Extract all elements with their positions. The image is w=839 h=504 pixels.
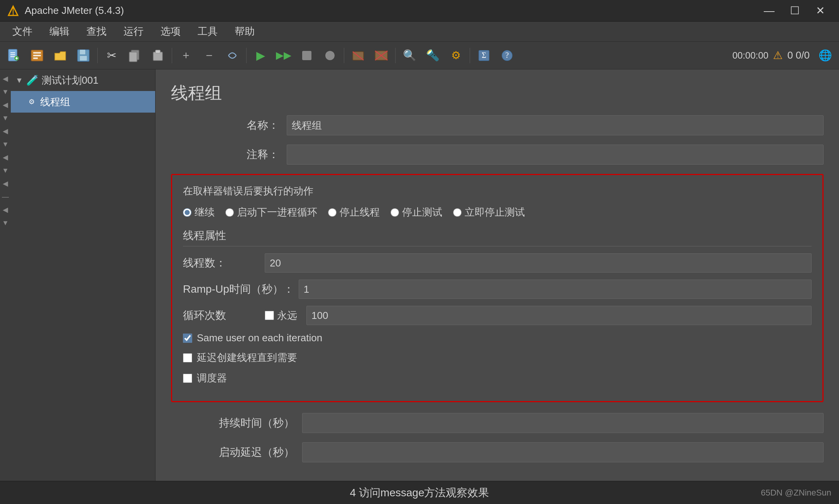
svg-rect-14	[80, 50, 85, 54]
name-input[interactable]	[287, 115, 824, 135]
duration-row: 持续时间（秒）	[171, 413, 824, 433]
duration-label: 持续时间（秒）	[171, 416, 302, 430]
radio-start-next-loop-input[interactable]	[225, 208, 234, 217]
browse-button[interactable]: 🔦	[422, 45, 443, 66]
same-user-label: Same user on each iteration	[197, 332, 322, 344]
svg-text:Σ: Σ	[482, 51, 486, 59]
delay-create-label: 延迟创建线程直到需要	[197, 351, 297, 364]
scheduler-row: 调度器	[183, 371, 812, 385]
toggle-button[interactable]	[222, 45, 243, 66]
edge-icon-1: ◀	[0, 72, 12, 85]
name-label: 名称：	[171, 118, 287, 133]
separator-3	[246, 48, 247, 63]
comment-label: 注释：	[171, 147, 287, 162]
open-template-button[interactable]	[26, 45, 48, 66]
separator-5	[395, 48, 396, 63]
stop-button[interactable]	[296, 45, 318, 66]
open-button[interactable]	[49, 45, 71, 66]
shutdown-button[interactable]	[319, 45, 341, 66]
menu-bar: 文件 编辑 查找 运行 选项 工具 帮助	[0, 22, 839, 42]
duration-input[interactable]	[302, 413, 824, 433]
clear-button[interactable]	[347, 45, 369, 66]
edge-icon-7: ◀	[0, 151, 12, 164]
start-delay-label: 启动延迟（秒）	[171, 445, 302, 460]
expand-button[interactable]: +	[175, 45, 197, 66]
help-button[interactable]: ?	[496, 45, 518, 66]
thread-properties-section: 线程属性 线程数： Ramp-Up时间（秒）： 循环次数 永远	[183, 228, 812, 385]
start-no-pauses-button[interactable]: ▶▶	[273, 45, 294, 66]
start-button[interactable]: ▶	[250, 45, 271, 66]
delay-create-row: 延迟创建线程直到需要	[183, 351, 812, 364]
tree-sidebar: ▼ 🧪 测试计划001 ⚙ 线程组	[11, 69, 156, 481]
thread-group-icon: ⚙	[26, 96, 37, 107]
svg-rect-12	[33, 57, 38, 59]
svg-rect-20	[302, 51, 311, 60]
edge-icon-9: ◀	[0, 177, 12, 190]
radio-start-next-loop[interactable]: 启动下一进程循环	[225, 206, 317, 219]
radio-stop-test-now-input[interactable]	[453, 208, 462, 217]
test-plan-label: 测试计划001	[42, 74, 98, 87]
comment-input[interactable]	[287, 145, 824, 165]
name-row: 名称：	[171, 115, 824, 135]
same-user-checkbox[interactable]	[183, 334, 192, 343]
paste-button[interactable]	[147, 45, 169, 66]
svg-rect-17	[129, 52, 137, 62]
collapse-button[interactable]: −	[198, 45, 220, 66]
menu-tools[interactable]: 工具	[190, 22, 225, 41]
thread-properties-title: 线程属性	[183, 228, 812, 246]
loop-count-input[interactable]	[306, 306, 812, 325]
radio-stop-thread-input[interactable]	[328, 208, 337, 217]
radio-continue-input[interactable]	[183, 208, 191, 217]
thread-count-label: 线程数：	[183, 256, 260, 270]
svg-rect-19	[156, 50, 160, 53]
scheduler-checkbox[interactable]	[183, 374, 192, 383]
copy-button[interactable]	[124, 45, 145, 66]
menu-edit[interactable]: 编辑	[42, 22, 77, 41]
edge-icon-6: ▼	[0, 138, 12, 150]
radio-continue[interactable]: 继续	[183, 206, 215, 219]
menu-options[interactable]: 选项	[153, 22, 188, 41]
maximize-button[interactable]: ☐	[782, 0, 807, 22]
error-action-title: 在取样器错误后要执行的动作	[183, 184, 812, 198]
menu-find[interactable]: 查找	[79, 22, 114, 41]
radio-continue-label: 继续	[195, 206, 215, 219]
edge-icon-11: ◀	[0, 204, 12, 216]
menu-file[interactable]: 文件	[5, 22, 40, 41]
new-button[interactable]	[3, 45, 25, 66]
app-title: Apache JMeter (5.4.3)	[25, 5, 756, 17]
minimize-button[interactable]: —	[756, 0, 782, 22]
ramp-up-row: Ramp-Up时间（秒）：	[183, 280, 812, 299]
thread-count-row: 线程数：	[183, 253, 812, 273]
function-helper-button[interactable]: Σ	[473, 45, 495, 66]
radio-stop-test-now[interactable]: 立即停止测试	[453, 206, 525, 219]
svg-point-21	[325, 51, 335, 60]
separator-1	[97, 48, 98, 63]
edge-icon-3: ◀	[0, 99, 12, 111]
forever-checkbox-input[interactable]	[265, 311, 274, 320]
sidebar-item-thread-group[interactable]: ⚙ 线程组	[11, 91, 155, 113]
loop-count-label: 循环次数	[183, 308, 260, 323]
main-layout: ◀ ▼ ◀ ▼ ◀ ▼ ◀ ▼ ◀ — ◀ ▼ ▼ 🧪 测试计划001 ⚙ 线程…	[0, 69, 839, 481]
radio-stop-test[interactable]: 停止测试	[391, 206, 442, 219]
close-button[interactable]: ✕	[807, 0, 833, 22]
ramp-up-input[interactable]	[299, 280, 812, 299]
sidebar-item-test-plan[interactable]: ▼ 🧪 测试计划001	[11, 69, 155, 91]
clear-all-button[interactable]	[370, 45, 392, 66]
start-delay-input[interactable]	[302, 442, 824, 462]
save-button[interactable]	[73, 45, 94, 66]
scheduler-label: 调度器	[197, 371, 227, 385]
svg-rect-15	[80, 56, 87, 61]
drill-button[interactable]: ⚙	[445, 45, 467, 66]
menu-help[interactable]: 帮助	[227, 22, 262, 41]
remote-button[interactable]: 🌐	[814, 45, 836, 66]
menu-run[interactable]: 运行	[116, 22, 151, 41]
thread-count-input[interactable]	[265, 253, 812, 273]
search-button[interactable]: 🔍	[399, 45, 420, 66]
delay-create-checkbox[interactable]	[183, 353, 192, 362]
status-right: 65DN @ZNineSun	[761, 488, 831, 498]
test-plan-icon: 🧪	[26, 74, 39, 86]
svg-rect-11	[33, 55, 41, 56]
cut-button[interactable]: ✂	[101, 45, 122, 66]
radio-stop-thread[interactable]: 停止线程	[328, 206, 380, 219]
radio-stop-test-input[interactable]	[391, 208, 399, 217]
